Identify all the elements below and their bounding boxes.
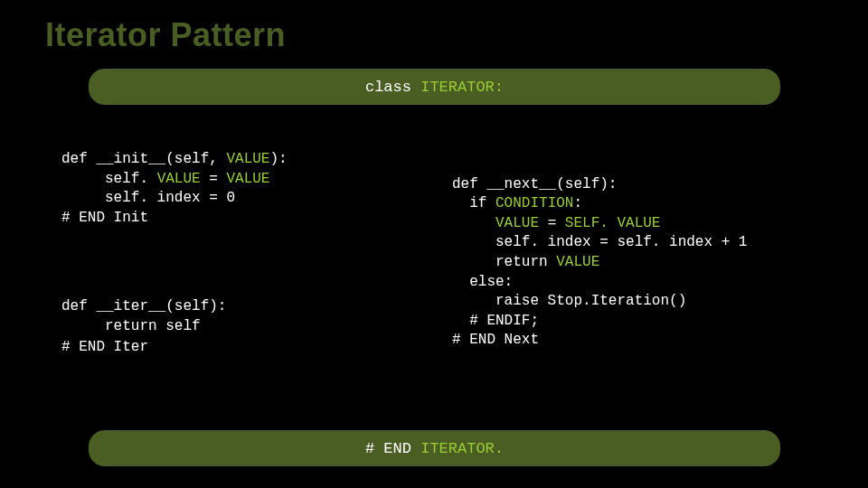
iter-method-box: def __iter__(self): return self # END It… [43,280,421,378]
next-code: def __next__(self): if CONDITION: VALUE … [452,155,807,351]
slide-title: Iterator Pattern [45,16,286,54]
init-method-box: def __init__(self, VALUE): self. VALUE =… [43,136,421,240]
init-code: def __init__(self, VALUE): self. VALUE =… [61,150,403,228]
class-header-box: class ITERATOR: [89,69,780,105]
class-footer-code: # END ITERATOR. [365,440,504,457]
next-method-box: def __next__(self): if CONDITION: VALUE … [432,136,826,407]
class-header-code: class ITERATOR: [365,79,504,96]
iter-code: def __iter__(self): return self # END It… [61,296,403,357]
class-footer-box: # END ITERATOR. [89,430,780,466]
